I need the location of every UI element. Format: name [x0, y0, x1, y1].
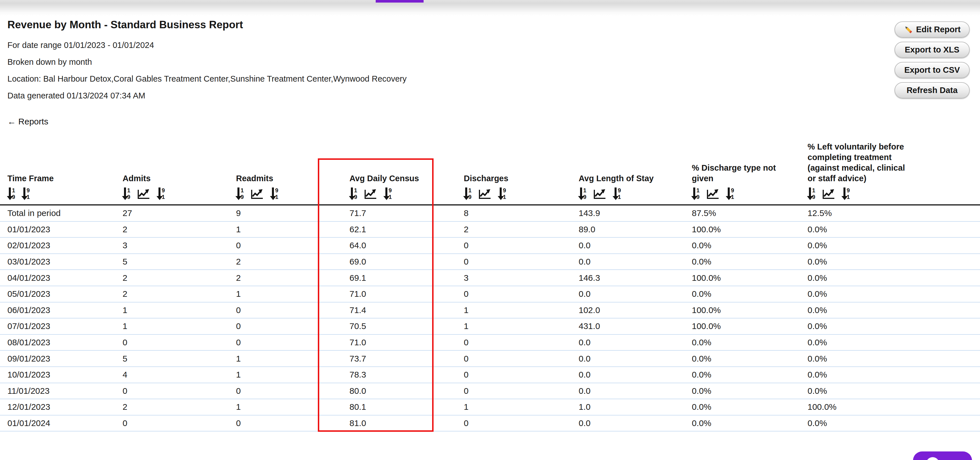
refresh-data-label: Refresh Data	[907, 86, 958, 95]
table-cell-avg-daily-census: 73.7	[350, 354, 464, 364]
location-line: Location: Bal Harbour Detox,Coral Gables…	[7, 73, 407, 84]
sort-ascending-icon[interactable]: 19	[350, 187, 357, 200]
chart-icon[interactable]	[137, 187, 150, 200]
table-cell-readmits: 0	[236, 386, 350, 396]
chart-icon[interactable]	[364, 187, 377, 200]
down-arrow	[728, 187, 730, 196]
table-cell-readmits: 1	[236, 402, 350, 412]
table-cell-avg-daily-census: 78.3	[350, 370, 464, 380]
table-cell-admits: 2	[123, 273, 236, 283]
sort-descending-icon[interactable]: 91	[613, 187, 621, 200]
table-row: 07/01/20231070.51431.0100.0%0.0%	[0, 318, 980, 335]
chart-icon[interactable]	[593, 187, 606, 200]
table-cell-discharges: 1	[464, 402, 579, 412]
edit-report-button[interactable]: Edit Report	[894, 21, 970, 38]
sort-descending-icon[interactable]: 91	[22, 187, 30, 200]
chart-icon[interactable]	[478, 187, 492, 200]
table-cell-avg-length-of-stay: 0.0	[579, 338, 692, 347]
table-cell-readmits: 0	[236, 418, 350, 428]
table-cell-avg-length-of-stay: 1.0	[579, 402, 692, 412]
down-arrow	[9, 187, 11, 196]
table-cell-discharges: 1	[464, 305, 579, 315]
sort-ascending-icon[interactable]: 19	[236, 187, 244, 200]
sort-ascending-icon[interactable]: 19	[579, 187, 586, 200]
time-frame-cell: 10/01/2023	[0, 370, 123, 380]
table-row: 06/01/20231071.41102.0100.0%0.0%	[0, 302, 980, 319]
time-frame-cell: 09/01/2023	[0, 354, 123, 364]
sort-ascending-icon[interactable]: 19	[808, 187, 815, 200]
table-cell-avg-length-of-stay: 0.0	[579, 386, 692, 396]
sort-ascending-icon[interactable]: 19	[7, 187, 15, 200]
time-frame-cell: 08/01/2023	[0, 338, 123, 347]
table-cell-left-voluntarily-before-completing-treat: 100.0%	[808, 402, 980, 412]
column-sort-controls: 1991	[692, 187, 808, 200]
column-header-readmits: Readmits1991	[236, 173, 350, 204]
table-cell-discharges: 3	[464, 273, 579, 283]
chart-icon[interactable]	[822, 187, 835, 200]
table-cell-left-voluntarily-before-completing-treat: 0.0%	[808, 225, 980, 234]
column-header-avg-length-of-stay: Avg Length of Stay1991	[579, 173, 692, 204]
table-cell-avg-length-of-stay: 102.0	[579, 305, 692, 315]
chart-icon[interactable]	[251, 187, 264, 200]
table-cell-avg-length-of-stay: 0.0	[579, 418, 692, 428]
table-cell-discharges: 2	[464, 225, 579, 234]
table-cell-left-voluntarily-before-completing-treat: 0.0%	[808, 321, 980, 331]
down-arrow	[465, 187, 467, 196]
sort-ascending-icon[interactable]: 19	[692, 187, 700, 200]
down-arrow	[124, 187, 126, 196]
table-cell-readmits: 1	[236, 354, 350, 364]
report-table: Time Frame1991Admits1991Readmits1991Avg …	[0, 142, 980, 431]
sort-descending-icon[interactable]: 91	[384, 187, 392, 200]
table-cell-discharge-type-not-given: 0.0%	[692, 354, 808, 364]
back-to-reports-link[interactable]: ← Reports	[7, 117, 48, 126]
table-cell-avg-length-of-stay: 0.0	[579, 289, 692, 299]
column-header-label: Avg Length of Stay	[579, 173, 692, 184]
table-cell-discharges: 0	[464, 386, 579, 396]
sort-descending-icon[interactable]: 91	[270, 187, 278, 200]
table-cell-avg-length-of-stay: 0.0	[579, 241, 692, 250]
refresh-data-button[interactable]: Refresh Data	[894, 82, 970, 99]
table-cell-discharges: 0	[464, 241, 579, 250]
table-cell-admits: 2	[123, 402, 236, 412]
sort-descending-icon[interactable]: 91	[726, 187, 734, 200]
column-sort-controls: 1991	[579, 187, 692, 200]
sort-descending-icon[interactable]: 91	[498, 187, 506, 200]
table-cell-admits: 5	[123, 354, 236, 364]
time-frame-cell: 07/01/2023	[0, 321, 123, 331]
sort-ascending-icon[interactable]: 19	[464, 187, 471, 200]
sort-descending-icon[interactable]: 91	[157, 187, 165, 200]
table-cell-discharges: 0	[464, 418, 579, 428]
table-cell-discharges: 0	[464, 289, 579, 299]
table-cell-avg-length-of-stay: 0.0	[579, 370, 692, 380]
table-cell-readmits: 1	[236, 289, 350, 299]
column-header-label: Readmits	[236, 173, 350, 184]
table-cell-admits: 3	[123, 241, 236, 250]
table-cell-avg-daily-census: 80.1	[350, 402, 464, 412]
table-cell-avg-daily-census: 71.7	[350, 208, 464, 218]
time-frame-cell: Total in period	[0, 208, 123, 218]
export-csv-button[interactable]: Export to CSV	[894, 62, 970, 78]
column-header-avg-daily-census: Avg Daily Census1991	[350, 173, 464, 204]
table-cell-left-voluntarily-before-completing-treat: 0.0%	[808, 370, 980, 380]
sort-descending-icon[interactable]: 91	[842, 187, 850, 200]
table-cell-left-voluntarily-before-completing-treat: 0.0%	[808, 338, 980, 347]
table-cell-discharges: 0	[464, 338, 579, 347]
table-cell-readmits: 9	[236, 208, 350, 218]
table-row: 01/01/20240081.000.00.0%0.0%	[0, 415, 980, 432]
table-header-row: Time Frame1991Admits1991Readmits1991Avg …	[0, 142, 980, 206]
table-cell-left-voluntarily-before-completing-treat: 0.0%	[808, 418, 980, 428]
table-cell-readmits: 2	[236, 273, 350, 283]
chart-icon[interactable]	[706, 187, 719, 200]
table-cell-avg-daily-census: 70.5	[350, 321, 464, 331]
column-header-admits: Admits1991	[123, 173, 236, 204]
table-cell-avg-length-of-stay: 0.0	[579, 257, 692, 267]
export-xls-button[interactable]: Export to XLS	[894, 42, 970, 58]
table-cell-discharges: 0	[464, 257, 579, 267]
table-cell-readmits: 1	[236, 225, 350, 234]
column-header-label: Avg Daily Census	[350, 173, 464, 184]
chat-widget-button[interactable]	[913, 452, 972, 460]
column-header-label: Time Frame	[7, 173, 123, 184]
sort-ascending-icon[interactable]: 19	[123, 187, 130, 200]
table-cell-avg-daily-census: 71.0	[350, 338, 464, 347]
table-cell-left-voluntarily-before-completing-treat: 0.0%	[808, 305, 980, 315]
